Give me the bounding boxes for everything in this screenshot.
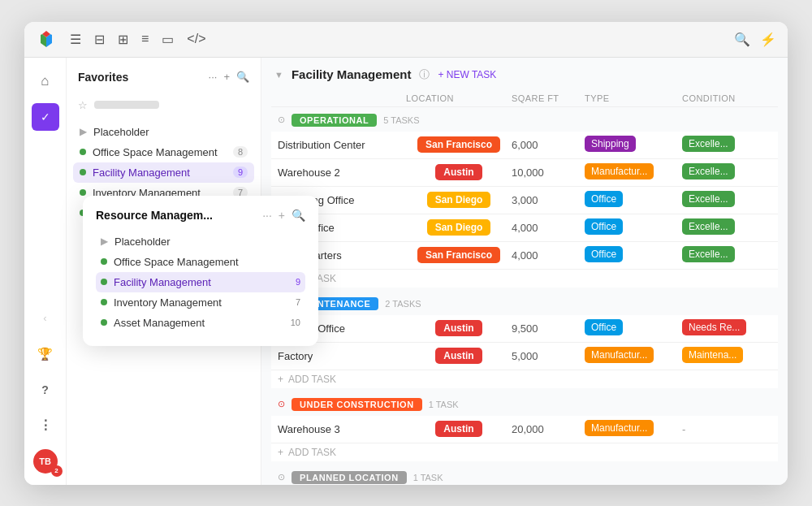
- dropdown-item-facility[interactable]: Facility Management 9: [96, 272, 305, 292]
- col-name: [278, 93, 406, 103]
- row-type: Office: [585, 218, 682, 237]
- row-sqft: 10,000: [512, 167, 585, 179]
- row-type: Manufactur...: [585, 420, 682, 439]
- sidebar-more-icon[interactable]: ···: [209, 71, 218, 83]
- dropdown-item-placeholder[interactable]: ▶ Placeholder: [96, 231, 305, 252]
- question-icon[interactable]: ?: [32, 376, 59, 404]
- group-expand-icon: ⊙: [278, 399, 285, 409]
- row-sqft: 20,000: [512, 423, 585, 435]
- row-name: Warehouse 3: [278, 423, 406, 435]
- row-location: San Diego: [406, 192, 512, 208]
- dropdown-card-header: Resource Managem... ··· + 🔍: [96, 209, 305, 222]
- table-row[interactable]: Sales Office San Diego 4,000 Office Exce…: [271, 214, 778, 242]
- row-location: Austin: [406, 348, 512, 364]
- table-row[interactable]: Marketing Office San Diego 3,000 Office …: [271, 187, 778, 214]
- group-badge-operational: OPERATIONAL: [292, 114, 377, 127]
- dot-icon: [101, 299, 107, 305]
- table-row[interactable]: Headquarters San Francisco 4,000 Office …: [271, 242, 778, 270]
- dot-icon: [101, 279, 107, 285]
- sidebar-item-label: Office Space Management: [93, 146, 218, 158]
- dot-icon: [80, 149, 86, 155]
- dropdown-more-icon[interactable]: ···: [262, 209, 272, 222]
- doc-icon[interactable]: ▭: [162, 32, 174, 47]
- collapse-icon[interactable]: ‹: [32, 305, 59, 332]
- bullet-list-icon[interactable]: ≡: [141, 32, 149, 46]
- table-header-row: LOCATION SQARE FT TYPE CONDITION: [271, 90, 778, 107]
- add-task-under-construction[interactable]: + ADD TASK: [271, 443, 778, 461]
- dropdown-add-icon[interactable]: +: [279, 209, 285, 222]
- col-location: LOCATION: [406, 93, 512, 103]
- sidebar-header-icons: ··· + 🔍: [209, 71, 249, 83]
- add-task-maintenance[interactable]: + ADD TASK: [271, 370, 778, 388]
- code-icon[interactable]: </>: [187, 32, 205, 46]
- sidebar: Favorites ··· + 🔍 ☆ ▶ Placeholder: [67, 58, 261, 485]
- columns-icon[interactable]: ⊟: [94, 32, 105, 47]
- sidebar-item-facility[interactable]: Facility Management 9: [73, 162, 254, 183]
- group-task-count: 5 TASKS: [383, 115, 419, 125]
- sidebar-item-placeholder[interactable]: ▶ Placeholder: [73, 122, 254, 142]
- row-name: Distribution Center: [278, 139, 406, 151]
- title-bar-icons: ☰ ⊟ ⊞ ≡ ▭ </>: [70, 32, 721, 47]
- search-icon[interactable]: 🔍: [734, 32, 750, 47]
- folder-icon: ▶: [80, 126, 87, 137]
- group-under-construction: ⊙ UNDER CONSTRUCTION 1 TASK Warehouse 3 …: [271, 393, 778, 461]
- dropdown-item-office-space[interactable]: Office Space Management: [96, 252, 305, 272]
- sidebar-star-section: ☆: [67, 93, 261, 122]
- dropdown-search-icon[interactable]: 🔍: [292, 209, 305, 222]
- row-condition: Excelle...: [682, 191, 771, 210]
- sidebar-count: 9: [233, 167, 248, 178]
- row-type: Office: [585, 246, 682, 265]
- col-sqft: SQARE FT: [512, 93, 585, 103]
- new-task-button[interactable]: + NEW TASK: [438, 69, 496, 80]
- row-type: Shipping: [585, 136, 682, 154]
- dropdown-item-inventory[interactable]: Inventory Management 7: [96, 292, 305, 313]
- list-rows-icon[interactable]: ☰: [70, 32, 81, 47]
- home-icon[interactable]: ⌂: [32, 67, 59, 95]
- row-condition: Needs Re...: [682, 319, 771, 338]
- row-location: Austin: [406, 164, 512, 180]
- group-header-operational[interactable]: ⊙ OPERATIONAL 5 TASKS: [271, 109, 778, 132]
- dropdown-card-title: Resource Managem...: [96, 209, 213, 222]
- row-location: San Diego: [406, 219, 512, 236]
- row-condition: -: [682, 423, 771, 435]
- dropdown-item-asset[interactable]: Asset Management 10: [96, 313, 305, 333]
- main-content: ▼ Facility Management ⓘ + NEW TASK LOCAT…: [261, 58, 788, 485]
- row-sqft: 6,000: [512, 139, 585, 151]
- lightning-icon[interactable]: ⚡: [760, 32, 776, 47]
- table-row[interactable]: Distribution Center San Francisco 6,000 …: [271, 132, 778, 159]
- row-condition: Maintena...: [682, 347, 771, 365]
- dropdown-item-count: 9: [296, 277, 300, 287]
- group-badge-under-construction: UNDER CONSTRUCTION: [292, 398, 422, 411]
- tasks-icon[interactable]: ✓: [32, 103, 59, 131]
- sidebar-item-office-space[interactable]: Office Space Management 8: [73, 142, 254, 162]
- sidebar-search-icon[interactable]: 🔍: [236, 71, 249, 83]
- more-options-icon[interactable]: ⋮: [32, 412, 59, 439]
- col-type: TYPE: [585, 93, 682, 103]
- add-task-label: ADD TASK: [288, 374, 336, 385]
- add-task-operational[interactable]: + ADD TASK: [271, 270, 778, 288]
- group-operational: ⊙ OPERATIONAL 5 TASKS Distribution Cente…: [271, 109, 778, 288]
- group-header-planned-location[interactable]: ⊙ PLANNED LOCATION 1 TASK: [271, 466, 778, 485]
- sidebar-item-label: Placeholder: [93, 126, 149, 138]
- table-row[interactable]: Factory Austin 5,000 Manufactur... Maint…: [271, 343, 778, 370]
- trophy-icon[interactable]: 🏆: [32, 340, 59, 368]
- group-expand-icon: ⊙: [278, 115, 285, 125]
- row-type: Office: [585, 319, 682, 338]
- dot-icon: [101, 258, 107, 265]
- dropdown-item-label: Office Space Management: [114, 256, 239, 268]
- group-header-under-construction[interactable]: ⊙ UNDER CONSTRUCTION 1 TASK: [271, 393, 778, 416]
- table-row[interactable]: Warehouse 3 Austin 20,000 Manufactur... …: [271, 416, 778, 443]
- info-icon[interactable]: ⓘ: [419, 67, 430, 82]
- table-row[interactable]: Support Office Austin 9,500 Office Needs…: [271, 315, 778, 343]
- sidebar-starred-placeholder: ☆: [78, 97, 249, 114]
- table-row[interactable]: Warehouse 2 Austin 10,000 Manufactur... …: [271, 159, 778, 187]
- grid-icon[interactable]: ⊞: [118, 32, 128, 47]
- group-header-maintenance[interactable]: ⊙ MAINTENANCE 2 TASKS: [271, 292, 778, 315]
- dropdown-item-label: Asset Management: [114, 317, 205, 329]
- collapse-arrow-icon[interactable]: ▼: [274, 70, 283, 80]
- user-avatar[interactable]: TB 2: [32, 448, 59, 475]
- row-location: San Francisco: [406, 136, 512, 153]
- row-name: Warehouse 2: [278, 167, 406, 179]
- sidebar-add-icon[interactable]: +: [223, 71, 230, 83]
- avatar-badge-count: 2: [51, 465, 63, 477]
